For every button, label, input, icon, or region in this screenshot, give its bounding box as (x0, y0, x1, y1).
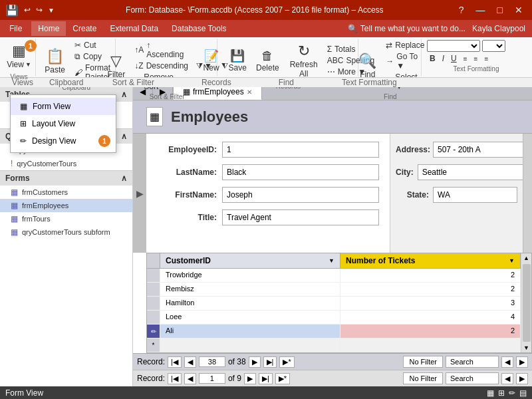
search-tell-me[interactable]: 🔍 Tell me what you want to do... (348, 24, 466, 33)
table-row[interactable]: Rembisz 2 (147, 283, 521, 297)
employee-id-input[interactable] (222, 142, 379, 158)
tab-close-btn[interactable]: ✕ (247, 88, 252, 96)
status-icon-design[interactable]: ✏ (509, 388, 515, 398)
first-record-btn-inner[interactable]: |◀ (168, 356, 182, 368)
undo-btn[interactable]: ↩ (24, 5, 31, 15)
form-nav-arrow[interactable]: ▶ (133, 134, 146, 253)
sidebar-item-frmtours[interactable]: ▦ frmTours (0, 212, 132, 225)
status-icon-sheet[interactable]: ▤ (519, 388, 527, 398)
state-input[interactable] (433, 187, 517, 203)
align-center-button[interactable]: ≡ (471, 55, 481, 63)
italic-button[interactable]: I (440, 53, 447, 64)
refresh-button[interactable]: ↻ Refresh All (285, 40, 323, 81)
layout-view-item[interactable]: ⊞ Layout View (11, 115, 116, 132)
minimize-button[interactable]: — (472, 5, 489, 15)
menu-database-tools[interactable]: Database Tools (165, 21, 233, 36)
scroll-left-inner[interactable]: ◀ (501, 356, 513, 368)
first-name-label: FirstName: (157, 190, 217, 200)
new-record-btn-inner[interactable]: ▶* (279, 356, 294, 368)
prev-record-btn-outer[interactable]: ◀ (184, 373, 196, 384)
font-size-select[interactable] (482, 40, 505, 52)
current-record-inner[interactable] (199, 356, 225, 367)
paste-icon: 📋 (46, 48, 64, 65)
scroll-down-btn[interactable]: ▼ (522, 343, 531, 352)
scroll-left-outer[interactable]: ◀ (501, 373, 513, 384)
last-name-input[interactable] (222, 164, 379, 180)
last-record-btn-inner[interactable]: ▶| (263, 356, 277, 368)
queries-collapse-icon[interactable]: ∧ (121, 132, 127, 141)
redo-btn[interactable]: ↪ (36, 5, 43, 15)
table-row[interactable]: Loee 4 (147, 311, 521, 325)
city-input[interactable] (418, 164, 527, 180)
save-record-button[interactable]: 💾 Save (225, 47, 251, 74)
customer-id-col-dropdown[interactable]: ▼ (329, 257, 334, 264)
paste-button[interactable]: 📋 Paste (39, 45, 70, 77)
new-record-button[interactable]: 📝 New (200, 47, 223, 74)
form-icon: ▦ (11, 188, 18, 197)
employee-id-label: EmployeeID: (157, 145, 217, 154)
first-record-btn-outer[interactable]: |◀ (168, 373, 182, 384)
status-label: Form View (5, 388, 43, 398)
table-row[interactable]: Hamilton 3 (147, 297, 521, 311)
filter-btn-outer[interactable]: No Filter (403, 372, 443, 384)
align-right-button[interactable]: ≡ (481, 55, 491, 63)
last-record-btn-outer[interactable]: ▶| (259, 373, 273, 384)
sidebar-item-qrycustomertours[interactable]: ! qryCustomerTours (0, 157, 132, 170)
next-record-btn-inner[interactable]: ▶ (249, 356, 261, 368)
subform-container: CustomerID ▼ Number of Tickets ▼ Trowb (146, 253, 532, 353)
new-record-btn-outer[interactable]: ▶* (275, 373, 290, 384)
goto-button[interactable]: →Go To ▼ (383, 51, 427, 71)
form-view-item[interactable]: ▦ Form View (11, 98, 116, 115)
design-view-item[interactable]: ✏ Design View 1 (11, 132, 116, 150)
sidebar-item-frmemployees[interactable]: ▦ frmEmployees (0, 199, 132, 212)
quick-access-dropdown[interactable]: ▼ (48, 7, 55, 14)
subform-scrollbar[interactable]: ▲ ▼ (521, 253, 531, 352)
tickets-col-dropdown[interactable]: ▼ (509, 257, 515, 264)
font-family-select[interactable] (427, 40, 480, 52)
scroll-up-btn[interactable]: ▲ (522, 253, 531, 263)
sidebar-item-label-4: qryCustomerTours (17, 160, 76, 168)
forms-section[interactable]: Forms ∧ (0, 170, 132, 186)
title-input[interactable] (222, 209, 379, 225)
search-input-outer[interactable] (446, 372, 499, 384)
align-left-button[interactable]: ≡ (461, 55, 470, 63)
address-input[interactable] (433, 142, 532, 158)
form-scrollbar[interactable] (523, 134, 532, 253)
status-icon-form[interactable]: ▦ (487, 388, 494, 398)
filter-btn-inner[interactable]: No Filter (403, 356, 443, 368)
sidebar-item-qrycustomertourssubform[interactable]: ▦ qryCustomerTours subform (0, 225, 132, 239)
first-name-input[interactable] (222, 187, 379, 203)
table-row[interactable]: Trowbridge 2 (147, 269, 521, 283)
menu-home[interactable]: Home (31, 21, 66, 36)
sort-descending-button[interactable]: ↓Z Descending (132, 61, 191, 71)
menu-external-data[interactable]: External Data (103, 21, 165, 36)
sort-ascending-button[interactable]: ↑A ↑ Ascending (132, 40, 191, 60)
prev-record-btn-inner[interactable]: ◀ (184, 356, 196, 368)
row-selector-empty: * (147, 338, 160, 352)
menu-file[interactable]: File (0, 21, 31, 36)
view-dropdown-icon[interactable]: ▼ (25, 61, 31, 68)
forms-collapse-icon[interactable]: ∧ (121, 174, 127, 183)
more-icon: ⋯ (327, 67, 335, 76)
goto-icon: → (386, 57, 394, 66)
underline-button[interactable]: U (448, 53, 460, 64)
replace-button[interactable]: ⇄Replace (383, 40, 427, 51)
delete-record-button[interactable]: 🗑 Delete (252, 47, 283, 74)
sidebar-item-frmcustomers[interactable]: ▦ frmCustomers (0, 186, 132, 199)
search-input-inner[interactable] (446, 356, 499, 368)
customer-name-cell: Ali (160, 325, 340, 338)
current-record-outer[interactable] (199, 373, 225, 384)
bold-button[interactable]: B (427, 53, 438, 64)
scroll-right-outer[interactable]: ▶ (516, 373, 528, 384)
menu-create[interactable]: Create (66, 21, 103, 36)
table-row[interactable]: ✏ Ali 2 (147, 325, 521, 338)
scroll-right-inner[interactable]: ▶ (516, 356, 528, 368)
customer-id-col-label: CustomerID (166, 256, 211, 265)
next-record-btn-outer[interactable]: ▶ (244, 373, 256, 384)
status-icon-layout[interactable]: ⊞ (498, 388, 505, 398)
form-icon-4: ▦ (11, 227, 18, 237)
tickets-cell: 3 (340, 297, 521, 310)
help-button[interactable]: ? (455, 5, 468, 15)
close-button[interactable]: ✕ (511, 5, 527, 15)
maximize-button[interactable]: □ (493, 5, 507, 15)
